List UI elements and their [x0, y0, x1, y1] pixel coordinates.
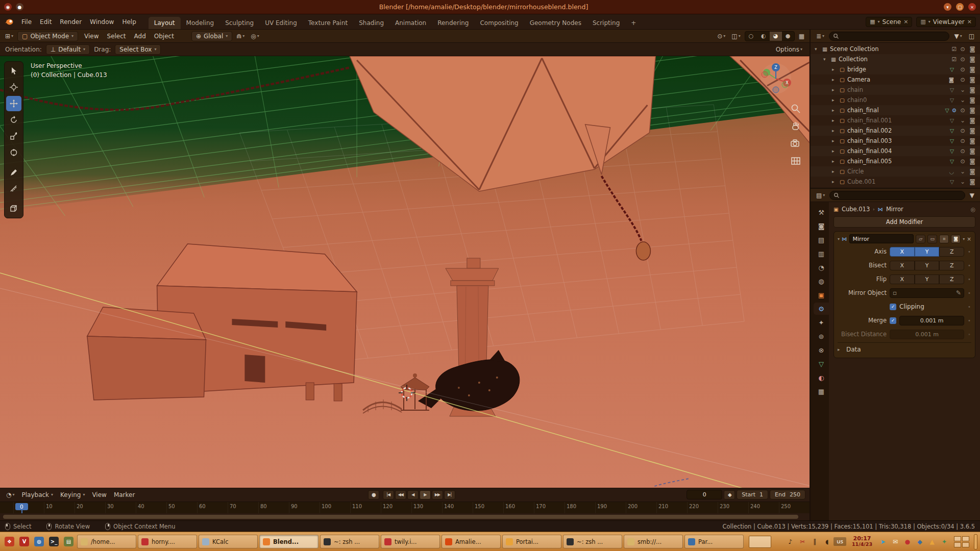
properties-editor-type-button[interactable]: ▤▾	[814, 191, 827, 200]
eye-icon[interactable]: ⊙	[959, 158, 966, 165]
breadcrumb-modifier[interactable]: Mirror	[886, 206, 903, 213]
drag-setting-dropdown[interactable]: Select Box▾	[115, 44, 161, 55]
scene-collection-row[interactable]: ▾ ▦ Scene Collection ☑ ⊙ ◙	[811, 44, 980, 54]
top-menu-item[interactable]: Window	[86, 16, 118, 28]
window-button[interactable]: horny....	[138, 535, 197, 548]
toggle-grid-icon[interactable]	[790, 155, 801, 166]
eye-icon[interactable]: ⊙	[959, 76, 966, 83]
eye-icon[interactable]: ⊙	[959, 56, 966, 63]
end-frame-field[interactable]: End250	[770, 490, 805, 499]
eye-icon[interactable]: ⊙	[959, 45, 966, 53]
outliner-object-row[interactable]: ▸ ▢ chain_final.001 ▽ ⌄ ◙	[811, 115, 980, 126]
keyboard-layout-indicator[interactable]: us	[834, 537, 846, 546]
eye-icon[interactable]: ⌄	[959, 178, 966, 185]
clipping-checkbox[interactable]: ✓	[890, 304, 896, 310]
window-button[interactable]: Blend...	[259, 535, 318, 548]
window-button[interactable]: smb://...	[624, 535, 683, 548]
next-keyframe-button[interactable]: ▶▶	[432, 490, 443, 499]
house-small[interactable]	[87, 307, 206, 400]
close-button[interactable]: ×	[968, 3, 976, 11]
outliner-object-row[interactable]: ▸ ▢ chain_final.002 ▽ ⊙ ◙	[811, 126, 980, 136]
tray-icon[interactable]: ♪	[785, 536, 795, 547]
bisect-toggle[interactable]: X	[890, 261, 915, 270]
filter-icon[interactable]: ▼▾	[952, 32, 964, 41]
launcher-icon[interactable]: ▤	[62, 535, 76, 548]
workspace-tab[interactable]: Layout	[149, 17, 181, 29]
axis-toggle[interactable]: X	[890, 247, 915, 257]
camera-view-icon[interactable]	[790, 138, 801, 149]
bisect-distance-field[interactable]: 0.001 m	[890, 330, 964, 339]
outliner-editor-type-button[interactable]: ≣▾	[814, 32, 826, 41]
timeline-menu-item[interactable]: View▾	[88, 490, 110, 500]
eye-icon[interactable]: ⌄	[959, 96, 966, 104]
properties-tab[interactable]: ⚒	[814, 206, 829, 218]
outliner-object-row[interactable]: ▸ ▢ bridge ▽ ⊙ ◙	[811, 64, 980, 74]
tray-icon[interactable]: ▲	[927, 536, 937, 547]
outliner-object-row[interactable]: ▸ ▢ chain0 ▽ ⌄ ◙	[811, 95, 980, 105]
top-menu-item[interactable]: File	[17, 16, 36, 28]
timeline-menu-item[interactable]: Keying▾	[57, 490, 88, 500]
outliner-object-row[interactable]: ▸ ▢ chain_final.003 ▽ ⊙ ◙	[811, 136, 980, 146]
launcher-icon[interactable]: ❖	[3, 535, 16, 548]
merge-checkbox[interactable]: ✓	[890, 317, 896, 324]
flip-toggle[interactable]: X	[890, 274, 915, 284]
maximize-button[interactable]: ▢	[956, 3, 964, 11]
window-button[interactable]: ~: zsh ...	[320, 535, 379, 548]
render-visibility-icon[interactable]: ◙	[969, 178, 976, 185]
outliner-object-row[interactable]: ▸ ▢ Circle ◡ ⌄ ◙	[811, 166, 980, 177]
show-desktop-button[interactable]	[974, 534, 977, 549]
workspace-tab[interactable]: Animation	[389, 17, 432, 29]
properties-tab[interactable]: ⊚	[814, 330, 829, 342]
eye-icon[interactable]: ⌄	[959, 168, 966, 175]
top-menu-item[interactable]: Help	[118, 16, 140, 28]
render-visibility-icon[interactable]: ◙	[969, 117, 976, 124]
viewport-canvas[interactable]: User Perspective (0) Collection | Cube.0…	[0, 56, 810, 488]
bisect-toggle[interactable]: Z	[939, 261, 964, 270]
show-gizmo-icon[interactable]: ⊙▾	[715, 32, 727, 41]
viewport-menu-item[interactable]: Select	[103, 31, 130, 41]
render-visibility-icon[interactable]: ◙	[969, 168, 976, 175]
outliner-object-row[interactable]: ▸ ▢ chain_final.004 ▽ ⊙ ◙	[811, 146, 980, 156]
properties-tab[interactable]: ▦	[814, 385, 829, 397]
shading-material-icon[interactable]: ◕	[770, 32, 782, 41]
play-button[interactable]: ▶	[420, 490, 431, 499]
workspace-tab[interactable]: Geometry Nodes	[524, 17, 587, 29]
workspace-tab[interactable]: Scripting	[587, 17, 625, 29]
data-subpanel[interactable]: ▸ Data	[838, 342, 971, 353]
bisect-toggle[interactable]: Y	[915, 261, 940, 270]
eye-icon[interactable]: ⊙	[959, 107, 966, 114]
viewlayer-selector[interactable]: ▥▾ ViewLayer ×	[916, 17, 976, 27]
desktop-pager[interactable]	[954, 536, 969, 547]
render-visibility-icon[interactable]: ◙	[969, 56, 976, 63]
render-visibility-icon[interactable]: ◙	[969, 86, 976, 93]
add-cube-tool-button[interactable]	[6, 201, 21, 216]
window-button[interactable]: Amalie...	[442, 535, 501, 548]
collection-checkbox-icon[interactable]: ☑	[952, 56, 957, 62]
tray-icon[interactable]: ➤	[878, 536, 888, 547]
properties-search-input[interactable]	[829, 191, 965, 200]
shade-button[interactable]: ▾	[944, 3, 951, 11]
timeline-editor-type-button[interactable]: ◔▾	[4, 490, 17, 499]
current-frame-field[interactable]: 0	[687, 490, 722, 499]
select-tool-button[interactable]	[6, 63, 21, 79]
mirror-object-field[interactable]: ▫ ✎	[890, 288, 964, 298]
workspace-tab[interactable]: +	[625, 17, 642, 29]
shading-solid-icon[interactable]: ◐	[757, 32, 770, 41]
properties-tab[interactable]: ⚙	[814, 303, 829, 315]
workspace-tab[interactable]: Compositing	[474, 17, 524, 29]
properties-tab[interactable]: ▤	[814, 234, 829, 246]
expand-modifier-icon[interactable]: ▾	[838, 237, 840, 241]
merge-threshold-field[interactable]: 0.001 m	[899, 316, 964, 325]
eye-icon[interactable]: ⊙	[959, 66, 966, 73]
viewport-grid-icon[interactable]: ▦	[797, 32, 806, 41]
show-render-toggle[interactable]: ◙	[951, 235, 961, 243]
viewport-menu-item[interactable]: View	[80, 31, 103, 41]
show-on-cage-toggle[interactable]: ▱	[916, 235, 925, 243]
properties-tab[interactable]: ◐	[814, 371, 829, 384]
cursor-tool-button[interactable]	[6, 80, 21, 95]
properties-tab[interactable]: ◔	[814, 261, 829, 273]
outliner-object-row[interactable]: ▸ ▢ chain_final.005 ▽ ⊙ ◙	[811, 156, 980, 166]
flip-toggle[interactable]: Y	[915, 274, 940, 284]
rotate-tool-button[interactable]	[6, 112, 21, 128]
outliner-object-row[interactable]: ▸ ▢ chain ▽ ⌄ ◙	[811, 85, 980, 95]
